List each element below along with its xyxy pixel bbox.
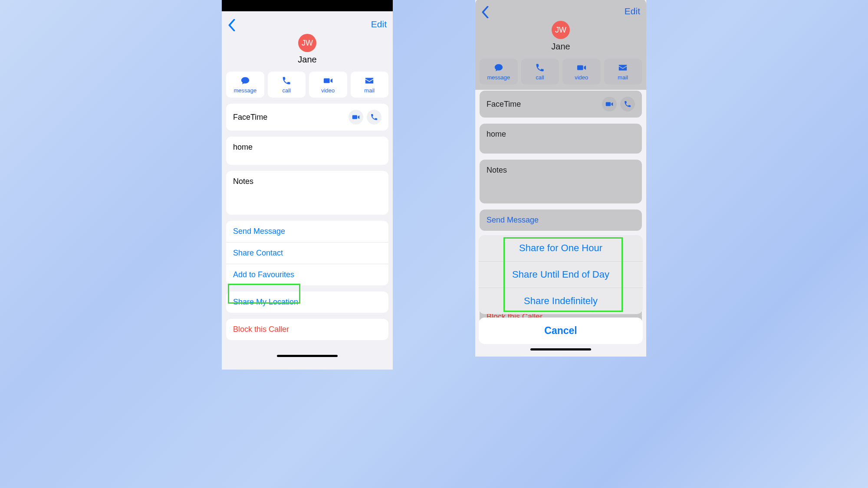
share-location-row[interactable]: Share My Location: [226, 291, 388, 313]
share-location-group: Share My Location: [226, 291, 388, 313]
message-icon: [240, 76, 250, 85]
facetime-audio-button[interactable]: [620, 97, 635, 111]
call-button[interactable]: call: [521, 59, 559, 85]
send-message-row[interactable]: Send Message: [226, 221, 388, 242]
video-button[interactable]: video: [309, 72, 347, 98]
home-indicator[interactable]: [530, 348, 591, 350]
share-one-hour-option[interactable]: Share for One Hour: [479, 235, 643, 261]
facetime-audio-button[interactable]: [367, 110, 381, 124]
message-label: message: [233, 87, 256, 94]
phone-screenshot-right: Edit JW Jane message call video: [475, 0, 646, 357]
notes-label: Notes: [233, 177, 253, 186]
call-button[interactable]: call: [268, 72, 306, 98]
home-address-group: home: [226, 137, 388, 165]
notes-row[interactable]: Notes: [480, 160, 642, 203]
avatar: JW: [552, 21, 570, 39]
status-bar: [222, 0, 393, 11]
message-label: message: [487, 74, 510, 81]
contact-name: Jane: [475, 42, 646, 52]
call-icon: [535, 63, 545, 72]
message-button[interactable]: message: [480, 59, 518, 85]
action-sheet-overlay: Share for One Hour Share Until End of Da…: [475, 235, 646, 357]
edit-button[interactable]: Edit: [625, 6, 640, 16]
home-row[interactable]: home: [480, 124, 642, 154]
video-icon: [323, 76, 333, 85]
facetime-label: FaceTime: [233, 113, 267, 122]
notes-label: Notes: [487, 166, 507, 175]
share-end-of-day-option[interactable]: Share Until End of Day: [479, 261, 643, 288]
call-label: call: [536, 74, 544, 81]
video-icon: [352, 113, 360, 121]
facetime-label: FaceTime: [487, 100, 521, 109]
back-button[interactable]: [481, 6, 489, 20]
home-address-group: home: [480, 124, 642, 154]
mail-label: mail: [364, 87, 375, 94]
video-icon: [576, 63, 587, 72]
home-row[interactable]: home: [226, 137, 388, 165]
edit-button[interactable]: Edit: [371, 19, 387, 29]
back-button[interactable]: [228, 19, 236, 33]
share-actions-group: Send Message Share Contact Add to Favour…: [226, 221, 388, 285]
home-label: home: [487, 130, 506, 139]
share-actions-group: Send Message: [480, 210, 642, 231]
contact-screen: Edit JW Jane message call video: [222, 11, 393, 370]
mail-button[interactable]: mail: [604, 59, 642, 85]
call-label: call: [282, 87, 291, 94]
facetime-row[interactable]: FaceTime: [480, 91, 642, 118]
notes-group: Notes: [226, 171, 388, 215]
video-label: video: [575, 74, 588, 81]
mail-icon: [364, 76, 375, 85]
facetime-video-button[interactable]: [349, 110, 363, 124]
contact-name: Jane: [222, 55, 393, 65]
add-favourites-row[interactable]: Add to Favourites: [226, 264, 388, 285]
facetime-row[interactable]: FaceTime: [226, 104, 388, 131]
message-icon: [493, 63, 504, 72]
contact-screen-dimmed: Edit JW Jane message call video: [475, 0, 646, 357]
notes-row[interactable]: Notes: [226, 171, 388, 215]
video-button[interactable]: video: [562, 59, 601, 85]
home-indicator[interactable]: [277, 355, 338, 357]
facetime-video-button[interactable]: [602, 97, 617, 111]
share-indefinitely-option[interactable]: Share Indefinitely: [479, 288, 643, 314]
cancel-button[interactable]: Cancel: [479, 318, 643, 344]
block-caller-row[interactable]: Block this Caller: [226, 319, 388, 340]
video-label: video: [321, 87, 335, 94]
video-icon: [605, 100, 613, 108]
notes-group: Notes: [480, 160, 642, 203]
mail-label: mail: [618, 74, 628, 81]
call-icon: [624, 100, 631, 108]
facetime-group: FaceTime: [480, 91, 642, 118]
avatar: JW: [298, 34, 316, 52]
mail-button[interactable]: mail: [351, 72, 389, 98]
call-icon: [281, 76, 292, 85]
share-location-action-sheet: Share for One Hour Share Until End of Da…: [479, 235, 643, 314]
contact-actions-row: message call video mail: [222, 72, 393, 103]
send-message-row[interactable]: Send Message: [480, 210, 642, 231]
call-icon: [370, 113, 378, 121]
contact-actions-row: message call video mail: [475, 59, 646, 90]
message-button[interactable]: message: [226, 72, 264, 98]
home-label: home: [233, 143, 253, 152]
share-contact-row[interactable]: Share Contact: [226, 242, 388, 264]
block-group: Block this Caller: [226, 319, 388, 340]
phone-screenshot-left: Edit JW Jane message call video: [222, 0, 393, 370]
facetime-group: FaceTime: [226, 104, 388, 131]
mail-icon: [618, 63, 628, 72]
